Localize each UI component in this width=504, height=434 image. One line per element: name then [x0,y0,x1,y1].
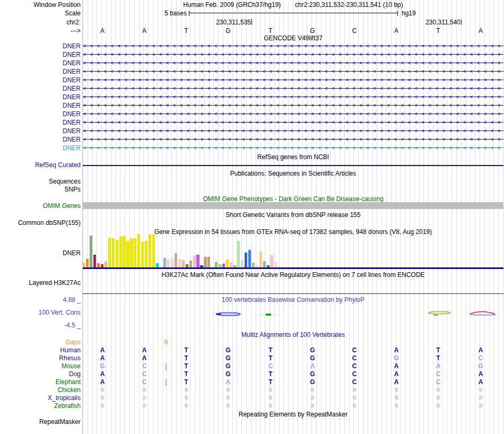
title-gencode[interactable]: GENCODE V49lift37 [83,34,503,42]
label-species-dog[interactable]: Dog [69,370,81,378]
pos-label-left: 230,311,535 [216,19,251,26]
title-multiz[interactable]: Multiz Alignments of 100 Vertebrates [83,331,503,338]
align-zebrafish-col8: = [392,402,401,410]
gene-model-row-5[interactable]: <<<<<<<<<<<<<<<<<<<<<<<<<<<<<<<<<<<<<<<<… [83,77,503,83]
gtex-bar-5 [97,263,100,267]
align-rhesus-col2: A [140,354,149,362]
label-species-zebrafish[interactable]: Zebrafish [54,402,81,410]
label-vert-cons[interactable]: 100 Vert. Cons [39,309,81,316]
align-x_tropicalis-col8: = [392,394,401,402]
gene-model-row-13[interactable]: <<<<<<<<<<<<<<<<<<<<<<<<<<<<<<<<<<<<<<<<… [83,145,503,151]
label-phylop-min[interactable]: -4.5 _ [64,322,81,329]
label-species-rhesus[interactable]: Rhesus [59,354,81,362]
gtex-bar-9 [112,238,115,267]
gene-label-dner-6[interactable]: DNER [63,85,81,92]
gene-model-row-6[interactable]: <<<<<<<<<<<<<<<<<<<<<<<<<<<<<<<<<<<<<<<<… [83,86,503,91]
gtex-bar-16 [137,234,140,267]
title-dbsnp[interactable]: Short Genetic Variants from dbSNP releas… [83,211,503,219]
align-human-col9: T [434,346,442,354]
gene-label-dner-7[interactable]: DNER [63,93,81,101]
label-chrom[interactable]: chr2: [66,19,81,26]
gene-model-row-2[interactable]: <<<<<<<<<<<<<<<<<<<<<<<<<<<<<<<<<<<<<<<<… [83,52,503,57]
label-species-chicken[interactable]: Chicken [58,386,81,394]
label-snps[interactable]: SNPs [64,186,81,193]
scale-tick-left [189,11,189,16]
label-gtex-gene[interactable]: DNER [63,249,81,257]
gene-label-dner-3[interactable]: DNER [63,59,81,67]
gene-label-dner-13[interactable]: DNER [63,144,81,152]
gene-label-dner-5[interactable]: DNER [63,76,81,84]
align-dog-col5: T [266,370,275,378]
base-3: T [182,27,190,34]
gtex-bar-2 [86,259,89,267]
gene-label-dner-2[interactable]: DNER [63,51,81,58]
label-window-position[interactable]: Window Position [33,1,81,8]
gtex-bar-15 [134,238,136,267]
scale-ruler-line [189,13,398,13]
scale-tick-right [397,11,398,16]
refseq-curated-line[interactable] [83,165,503,166]
title-repeat[interactable]: Repeating Elements by RepeatMasker [83,411,503,418]
gene-model-row-7[interactable]: <<<<<<<<<<<<<<<<<<<<<<<<<<<<<<<<<<<<<<<<… [83,94,503,100]
gene-label-dner-12[interactable]: DNER [63,136,81,143]
label-strand[interactable]: ---> [71,27,81,34]
align-chicken-col8: = [392,386,401,394]
gtex-bar-11 [119,237,122,267]
gene-label-dner-1[interactable]: DNER [63,42,81,50]
title-publications[interactable]: Publications: Sequences in Scientific Ar… [83,170,503,177]
align-chicken-col7: = [350,386,359,394]
phylop-mark-olive [427,310,452,317]
label-scale[interactable]: Scale [65,10,81,17]
gene-model-row-9[interactable]: <<<<<<<<<<<<<<<<<<<<<<<<<<<<<<<<<<<<<<<<… [83,111,503,117]
base-8: A [392,27,401,34]
label-species-human[interactable]: Human [60,346,81,354]
gtex-bar-29 [186,264,188,267]
gtex-bar-52 [270,255,273,267]
align-dog-col9: C [434,370,442,378]
gene-label-dner-4[interactable]: DNER [63,68,81,75]
gene-label-dner-10[interactable]: DNER [63,119,81,126]
title-omim[interactable]: OMIM Gene Phenotypes - Dark Green Can Be… [83,195,503,203]
align-mouse-col5: C [266,362,275,370]
gtex-bar-4 [93,255,96,267]
label-species-elephant[interactable]: Elephant [56,378,81,386]
label-phylop-max[interactable]: 4.88 _ [63,296,81,303]
gene-model-row-12[interactable]: <<<<<<<<<<<<<<<<<<<<<<<<<<<<<<<<<<<<<<<<… [83,137,503,142]
gene-label-dner-11[interactable]: DNER [63,127,81,135]
title-phylop[interactable]: 100 vertebrates Basewise Conservation by… [83,296,503,303]
base-10: A [476,27,485,34]
gene-model-row-10[interactable]: <<<<<<<<<<<<<<<<<<<<<<<<<<<<<<<<<<<<<<<<… [83,120,503,125]
align-human-col10: A [476,346,485,354]
gene-label-dner-8[interactable]: DNER [63,102,81,109]
label-refseq-curated[interactable]: RefSeq Curated [35,161,81,169]
label-repeatmasker[interactable]: RepeatMasker [39,418,81,426]
gene-label-dner-9[interactable]: DNER [63,110,81,118]
gene-model-row-8[interactable]: <<<<<<<<<<<<<<<<<<<<<<<<<<<<<<<<<<<<<<<<… [83,103,503,108]
title-refseq[interactable]: RefSeq genes from NCBI [83,153,503,161]
phylop-mark-green [258,313,279,317]
label-species-mouse[interactable]: Mouse [62,362,81,370]
window-position-title: Human Feb. 2009 (GRCh37/hg19) chr2:230,3… [83,1,503,8]
gtex-bar-chart[interactable] [82,234,284,267]
label-layered-h3k27ac[interactable]: Layered H3K27Ac [29,279,81,287]
gtex-bar-41 [230,262,232,267]
gene-model-row-3[interactable]: <<<<<<<<<<<<<<<<<<<<<<<<<<<<<<<<<<<<<<<<… [83,60,503,66]
gtex-bar-42 [233,265,236,267]
gtex-bar-17 [141,242,144,267]
label-species-x_tropicalis[interactable]: X_tropicalis [48,394,81,402]
gene-model-row-11[interactable]: <<<<<<<<<<<<<<<<<<<<<<<<<<<<<<<<<<<<<<<<… [83,128,503,134]
label-omim-genes[interactable]: OMIM Genes [43,202,81,210]
label-gaps[interactable]: Gaps [65,338,81,346]
omim-gene-bar[interactable] [83,202,503,209]
assembly-title: Human Feb. 2009 (GRCh37/hg19) [183,1,281,8]
align-human-col3: T [182,346,190,354]
label-sequences[interactable]: Sequences [49,178,81,185]
title-h3k27ac[interactable]: H3K27Ac Mark (Often Found Near Active Re… [83,271,503,279]
gene-model-row-1[interactable]: <<<<<<<<<<<<<<<<<<<<<<<<<<<<<<<<<<<<<<<<… [83,44,503,49]
align-dog-col7: C [350,370,359,378]
align-x_tropicalis-col10: = [476,394,485,402]
gene-model-row-4[interactable]: <<<<<<<<<<<<<<<<<<<<<<<<<<<<<<<<<<<<<<<<… [83,69,503,74]
label-common-dbsnp[interactable]: Common dbSNP(155) [18,219,81,227]
align-human-col8: A [392,346,401,354]
align-human-col6: G [308,346,317,354]
